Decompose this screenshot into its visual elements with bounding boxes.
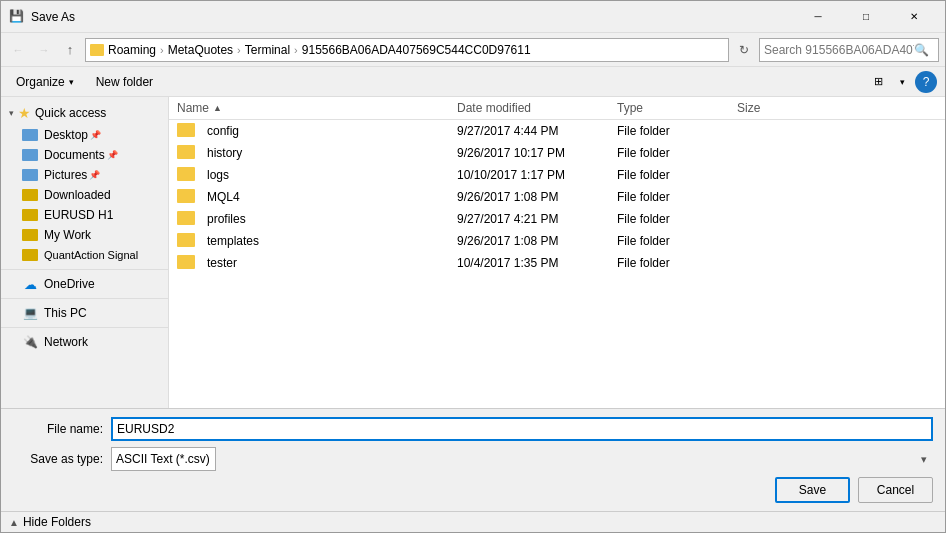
table-row[interactable]: profiles 9/27/2017 4:21 PM File folder: [169, 208, 945, 230]
view-dropdown-button[interactable]: ▾: [891, 71, 913, 93]
col-header-type[interactable]: Type: [617, 101, 737, 115]
quick-access-header[interactable]: ▾ ★ Quick access: [1, 101, 168, 125]
col-type-label: Type: [617, 101, 643, 115]
my-work-icon: [21, 228, 39, 242]
save-as-dialog: 💾 Save As ─ □ ✕ ← → ↑ Roaming › MetaQuot…: [0, 0, 946, 533]
breadcrumb-sep-3: ›: [294, 44, 298, 56]
close-button[interactable]: ✕: [891, 7, 937, 27]
folder-icon-shape: [177, 233, 195, 247]
sidebar-item-documents[interactable]: Documents 📌: [1, 145, 168, 165]
toolbar: Organize ▾ New folder ⊞ ▾ ?: [1, 67, 945, 97]
file-rows-container: config 9/27/2017 4:44 PM File folder his…: [169, 120, 945, 274]
table-row[interactable]: MQL4 9/26/2017 1:08 PM File folder: [169, 186, 945, 208]
col-name-label: Name: [177, 101, 209, 115]
maximize-button[interactable]: □: [843, 7, 889, 27]
file-name-cell: MQL4: [177, 189, 457, 205]
table-row[interactable]: templates 9/26/2017 1:08 PM File folder: [169, 230, 945, 252]
table-row[interactable]: history 9/26/2017 10:17 PM File folder: [169, 142, 945, 164]
hide-folders-bar[interactable]: ▲ Hide Folders: [1, 511, 945, 532]
file-date-cell: 9/26/2017 1:08 PM: [457, 234, 617, 248]
quantaction-icon: [21, 248, 39, 262]
eurusd-h1-folder-icon: [22, 209, 38, 221]
pictures-icon: [21, 168, 39, 182]
sort-arrow-icon: ▲: [213, 103, 222, 113]
sidebar-item-eurusd-h1[interactable]: EURUSD H1: [1, 205, 168, 225]
up-button[interactable]: ↑: [59, 39, 81, 61]
breadcrumb-terminal[interactable]: Terminal: [245, 43, 290, 57]
organize-button[interactable]: Organize ▾: [9, 72, 81, 92]
folder-icon-shape: [177, 123, 195, 137]
new-folder-label: New folder: [96, 75, 153, 89]
folder-icon: [177, 211, 197, 227]
sidebar: ▾ ★ Quick access Desktop 📌 Documents 📌: [1, 97, 169, 408]
desktop-label: Desktop: [44, 128, 88, 142]
back-button[interactable]: ←: [7, 39, 29, 61]
sidebar-item-thispc[interactable]: 💻 This PC: [1, 303, 168, 323]
search-box: 🔍: [759, 38, 939, 62]
forward-button[interactable]: →: [33, 39, 55, 61]
table-row[interactable]: logs 10/10/2017 1:17 PM File folder: [169, 164, 945, 186]
breadcrumb-folder-id[interactable]: 915566BA06ADA407569C544CC0D97611: [302, 43, 531, 57]
quick-access-star-icon: ★: [18, 105, 31, 121]
sidebar-item-onedrive[interactable]: ☁ OneDrive: [1, 274, 168, 294]
breadcrumb-roaming[interactable]: Roaming: [108, 43, 156, 57]
folder-icon: [177, 167, 197, 183]
file-type-cell: File folder: [617, 190, 737, 204]
save-as-type-select[interactable]: ASCII Text (*.csv): [111, 447, 216, 471]
action-row: Save Cancel: [13, 477, 933, 503]
quantaction-label: QuantAction Signal: [44, 249, 138, 261]
file-date-cell: 10/4/2017 1:35 PM: [457, 256, 617, 270]
folder-icon-shape: [177, 167, 195, 181]
downloaded-folder-icon: [22, 189, 38, 201]
col-header-size[interactable]: Size: [737, 101, 817, 115]
table-row[interactable]: tester 10/4/2017 1:35 PM File folder: [169, 252, 945, 274]
organize-chevron-icon: ▾: [69, 77, 74, 87]
search-input[interactable]: [764, 43, 914, 57]
help-button[interactable]: ?: [915, 71, 937, 93]
file-date-cell: 10/10/2017 1:17 PM: [457, 168, 617, 182]
documents-icon: [21, 148, 39, 162]
window-title: Save As: [31, 10, 795, 24]
file-name-cell: tester: [177, 255, 457, 271]
sidebar-item-my-work[interactable]: My Work: [1, 225, 168, 245]
refresh-button[interactable]: ↻: [733, 39, 755, 61]
col-size-label: Size: [737, 101, 760, 115]
sidebar-item-network[interactable]: 🔌 Network: [1, 332, 168, 352]
save-button[interactable]: Save: [775, 477, 850, 503]
thispc-label: This PC: [44, 306, 87, 320]
view-toggle-button[interactable]: ⊞: [867, 71, 889, 93]
file-name-text: templates: [207, 234, 461, 248]
sidebar-item-downloaded[interactable]: Downloaded: [1, 185, 168, 205]
folder-icon: [177, 233, 197, 249]
breadcrumb-folder-icon: [90, 44, 104, 56]
filename-row: File name:: [13, 417, 933, 441]
file-name-text: logs: [207, 168, 461, 182]
breadcrumb-content: Roaming › MetaQuotes › Terminal › 915566…: [108, 43, 531, 57]
breadcrumb-metaquotes[interactable]: MetaQuotes: [168, 43, 233, 57]
pictures-pin-icon: 📌: [89, 170, 100, 180]
file-type-cell: File folder: [617, 124, 737, 138]
thispc-icon: 💻: [21, 306, 39, 320]
breadcrumb[interactable]: Roaming › MetaQuotes › Terminal › 915566…: [85, 38, 729, 62]
cancel-button[interactable]: Cancel: [858, 477, 933, 503]
new-folder-button[interactable]: New folder: [89, 72, 160, 92]
table-row[interactable]: config 9/27/2017 4:44 PM File folder: [169, 120, 945, 142]
minimize-button[interactable]: ─: [795, 7, 841, 27]
sidebar-item-desktop[interactable]: Desktop 📌: [1, 125, 168, 145]
navigation-bar: ← → ↑ Roaming › MetaQuotes › Terminal › …: [1, 33, 945, 67]
search-icon: 🔍: [914, 43, 929, 57]
sidebar-item-quantaction[interactable]: QuantAction Signal: [1, 245, 168, 265]
file-name-input[interactable]: [111, 417, 933, 441]
file-name-text: profiles: [207, 212, 461, 226]
desktop-pin-icon: 📌: [90, 130, 101, 140]
network-label: Network: [44, 335, 88, 349]
col-header-date[interactable]: Date modified: [457, 101, 617, 115]
file-name-text: MQL4: [207, 190, 461, 204]
file-name-text: config: [207, 124, 461, 138]
col-header-name[interactable]: Name ▲: [177, 101, 457, 115]
cancel-button-label: Cancel: [877, 483, 914, 497]
organize-label: Organize: [16, 75, 65, 89]
sidebar-item-pictures[interactable]: Pictures 📌: [1, 165, 168, 185]
folder-icon-shape: [177, 145, 195, 159]
pictures-folder-icon: [22, 169, 38, 181]
